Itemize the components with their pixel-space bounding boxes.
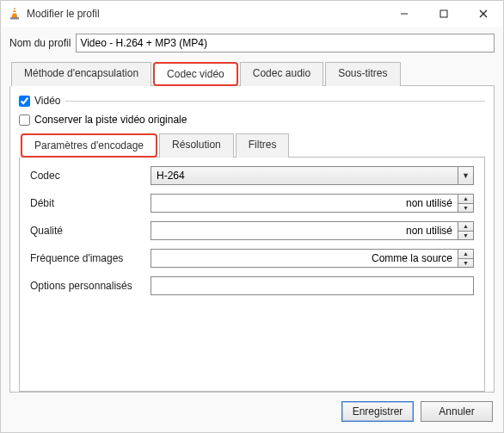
quality-label: Qualité xyxy=(30,225,151,237)
profile-name-label: Nom du profil xyxy=(9,37,71,49)
vlc-icon xyxy=(8,7,22,21)
chevron-down-icon[interactable]: ▼ xyxy=(458,166,474,185)
svg-rect-1 xyxy=(12,12,17,14)
svg-rect-3 xyxy=(10,17,19,20)
tab-encoding-params[interactable]: Paramètres d'encodage xyxy=(21,133,157,158)
fps-input[interactable] xyxy=(151,249,458,268)
fps-label: Fréquence d'images xyxy=(30,252,151,264)
close-button[interactable] xyxy=(464,1,503,27)
bitrate-input[interactable] xyxy=(151,194,458,213)
fps-row: Fréquence d'images ▲ ▼ xyxy=(30,249,474,268)
codec-row: Codec H-264 ▼ xyxy=(30,166,474,185)
profile-name-row: Nom du profil xyxy=(9,34,495,53)
video-codec-panel: Vidéo Conserver la piste vidéo originale… xyxy=(9,86,495,393)
codec-select[interactable]: H-264 ▼ xyxy=(151,166,474,185)
titlebar: Modifier le profil xyxy=(1,1,503,27)
bitrate-row: Débit ▲ ▼ xyxy=(30,194,474,213)
custom-options-label: Options personnalisés xyxy=(30,280,151,292)
codec-select-value: H-264 xyxy=(151,166,458,185)
encoding-params-panel: Codec H-264 ▼ Débit ▲ ▼ xyxy=(19,158,485,392)
content-area: Nom du profil Méthode d'encapsulation Co… xyxy=(1,27,503,393)
quality-input[interactable] xyxy=(151,221,458,240)
bitrate-spin-up[interactable]: ▲ xyxy=(458,194,474,203)
video-checkbox[interactable] xyxy=(19,96,30,107)
tab-audio-codec[interactable]: Codec audio xyxy=(240,62,323,86)
dialog-footer: Enregistrer Annuler xyxy=(1,393,503,432)
cancel-button[interactable]: Annuler xyxy=(421,401,493,422)
bitrate-spin-down[interactable]: ▼ xyxy=(458,203,474,213)
video-group-header: Vidéo xyxy=(19,95,485,107)
bitrate-label: Débit xyxy=(30,197,151,209)
save-button[interactable]: Enregistrer xyxy=(341,401,414,422)
inner-tabs: Paramètres d'encodage Résolution Filtres xyxy=(21,133,485,158)
fps-spin-down[interactable]: ▼ xyxy=(458,258,474,269)
maximize-button[interactable] xyxy=(424,1,464,27)
video-checkbox-label: Vidéo xyxy=(34,95,60,107)
window-buttons xyxy=(384,1,503,27)
keep-original-checkbox[interactable] xyxy=(19,114,30,126)
tab-video-codec[interactable]: Codec vidéo xyxy=(153,62,238,86)
quality-row: Qualité ▲ ▼ xyxy=(30,221,474,240)
minimize-button[interactable] xyxy=(384,1,424,27)
divider-line xyxy=(65,101,485,102)
keep-original-row: Conserver la piste vidéo originale xyxy=(19,114,485,126)
quality-spin-down[interactable]: ▼ xyxy=(458,231,474,241)
svg-rect-2 xyxy=(13,9,16,10)
quality-spin-up[interactable]: ▲ xyxy=(458,221,474,231)
tab-resolution[interactable]: Résolution xyxy=(159,133,234,158)
custom-options-row: Options personnalisés xyxy=(30,276,474,295)
keep-original-label: Conserver la piste vidéo originale xyxy=(34,114,187,126)
svg-rect-5 xyxy=(440,10,447,17)
tab-subtitles[interactable]: Sous-titres xyxy=(325,62,400,86)
tab-encapsulation[interactable]: Méthode d'encapsulation xyxy=(11,62,151,86)
custom-options-input[interactable] xyxy=(151,276,474,295)
dialog-window: Modifier le profil Nom du profil Méthode… xyxy=(0,0,504,433)
tab-filters[interactable]: Filtres xyxy=(236,133,290,158)
outer-tabs: Méthode d'encapsulation Codec vidéo Code… xyxy=(11,61,495,86)
profile-name-input[interactable] xyxy=(76,34,495,53)
window-title: Modifier le profil xyxy=(27,8,384,20)
codec-label: Codec xyxy=(30,170,151,182)
fps-spin-up[interactable]: ▲ xyxy=(458,249,474,258)
